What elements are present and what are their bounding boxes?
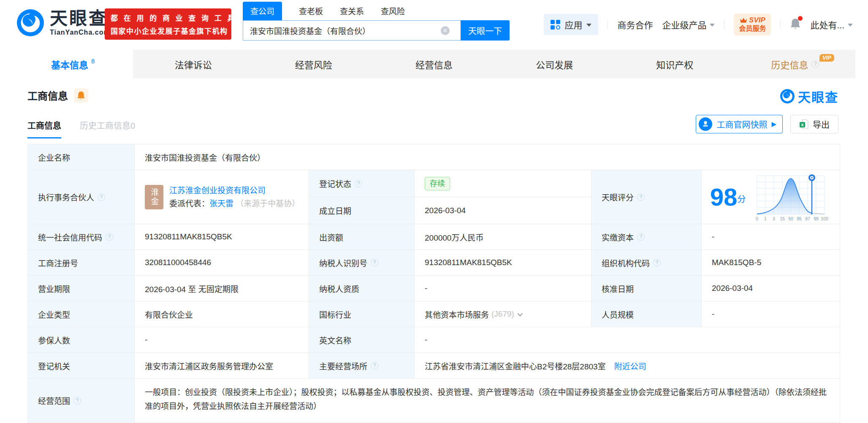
banner-line2: 国家中小企业发展子基金旗下机构	[111, 25, 225, 36]
svg-text:85: 85	[797, 216, 802, 221]
nearby-companies-link[interactable]: 附近公司	[614, 360, 646, 371]
tab-company-development[interactable]: 公司发展	[494, 50, 615, 78]
help-icon[interactable]: ?	[653, 259, 661, 266]
user-account-menu[interactable]: 此处有...	[810, 18, 853, 31]
table-row-company-type: 企业类型 有限合伙企业 国标行业 其他资本市场服务 (J679) 人员规模 -	[28, 301, 840, 327]
partner-value: 淮金 江苏淮金创业投资有限公司 委派代表：张天雷 （来源于中基协）	[135, 170, 309, 224]
promo-banner[interactable]: 都 在 用 的 商 业 查 询 工 具 国家中小企业发展子基金旗下机构	[105, 8, 231, 40]
vip-badge: VIP	[819, 54, 834, 62]
business-scope-label: 经营范围?	[28, 379, 135, 422]
partner-avatar[interactable]: 淮金	[145, 185, 163, 209]
svg-text:99: 99	[814, 216, 819, 221]
industry-value: 其他资本市场服务 (J679)	[415, 301, 591, 327]
header-menu: 应用 商务合作 企业级产品 SVIP 会员服务	[544, 14, 853, 35]
tab-operation-risk[interactable]: 经营风险	[253, 50, 374, 78]
official-snapshot-button[interactable]: 工商官网快照 ▶	[696, 115, 783, 133]
notifications-bell-icon[interactable]	[790, 18, 801, 31]
help-icon[interactable]: ?	[371, 259, 378, 266]
site-header: 天眼查 TianYanCha.com 都 在 用 的 商 业 查 询 工 具 国…	[0, 0, 868, 50]
establish-date-value: 2026-03-04	[415, 197, 591, 224]
chevron-down-icon	[586, 24, 591, 27]
reg-status-value: 存续	[415, 170, 591, 197]
search-tabs: 查公司 查老板 查关系 查风险	[243, 3, 510, 20]
help-icon[interactable]: ?	[637, 193, 645, 201]
svg-text:1: 1	[764, 216, 767, 221]
monitor-bell-button[interactable]	[74, 88, 88, 103]
insured-count-value: -	[135, 327, 309, 352]
approval-date-label: 核准日期	[591, 276, 702, 301]
industry-label: 国标行业	[309, 301, 415, 327]
capital-label: 出资额	[309, 224, 415, 249]
tianyancha-watermark: 天眼查	[780, 87, 838, 106]
table-row-reg-number: 工商注册号 320811000458446 纳税人识别号? 91320811MA…	[28, 250, 840, 276]
tab-basic-info[interactable]: 基本信息 8	[13, 50, 133, 78]
company-name-label: 企业名称	[28, 144, 135, 170]
menu-enterprise-products[interactable]: 企业级产品	[662, 18, 715, 31]
help-icon[interactable]: ?	[355, 180, 362, 187]
svg-text:100: 100	[821, 216, 828, 221]
status-badge: 存续	[425, 177, 450, 190]
help-icon[interactable]: ?	[73, 397, 81, 404]
tab-operation-info[interactable]: 经营信息	[374, 50, 494, 78]
svg-text:x: x	[801, 122, 804, 127]
basic-info-count-badge: 8	[91, 57, 95, 65]
arrow-right-icon: ▶	[771, 120, 776, 128]
tab-history-info[interactable]: VIP 历史信息 ?	[735, 50, 855, 78]
tab-intellectual-property[interactable]: 知识产权	[615, 50, 735, 78]
representative-link[interactable]: 张天雷	[209, 199, 233, 208]
help-icon[interactable]: ?	[637, 233, 645, 241]
tianyancha-logo-icon	[17, 9, 44, 36]
tab-legal-litigation[interactable]: 法律诉讼	[133, 50, 253, 78]
subtab-history-business-info[interactable]: 历史工商信息0	[80, 119, 135, 138]
taxpayer-id-value: 91320811MAK815QB5K	[415, 250, 591, 275]
reg-status-label: 登记状态?	[309, 170, 415, 197]
apps-grid-icon	[551, 20, 560, 30]
partner-label: 执行事务合伙人?	[28, 170, 135, 224]
partner-company-link[interactable]: 江苏淮金创业投资有限公司	[169, 186, 266, 195]
score-label: 天眼评分?	[591, 170, 702, 224]
help-icon[interactable]: ?	[811, 60, 819, 68]
company-type-value: 有限合伙企业	[135, 301, 309, 327]
score-distribution-chart[interactable]: 0 1 3 15 50 85 97 99 100	[753, 172, 830, 222]
english-name-value: -	[415, 327, 841, 352]
search-tab-relation[interactable]: 查关系	[340, 5, 364, 20]
chevron-down-icon[interactable]	[517, 311, 523, 316]
subtab-business-info[interactable]: 工商信息	[27, 119, 61, 138]
org-code-label: 组织机构代码?	[591, 250, 702, 275]
address-value: 江苏省淮安市清江浦区金融中心B2号楼28层2803室 附近公司	[415, 353, 841, 378]
capital-value: 200000万人民币	[415, 224, 591, 249]
menu-business-cooperation[interactable]: 商务合作	[617, 18, 653, 31]
credit-code-label: 统一社会信用代码?	[28, 224, 135, 249]
svip-member-button[interactable]: SVIP 会员服务	[734, 14, 771, 35]
logo-brand-text: 天眼查	[50, 9, 110, 28]
site-logo[interactable]: 天眼查 TianYanCha.com	[17, 9, 110, 36]
company-name-value: 淮安市国淮投资基金（有限合伙）	[135, 144, 841, 170]
address-label: 主要经营场所?	[309, 353, 415, 378]
help-icon[interactable]: ?	[98, 193, 105, 201]
credit-code-value: 91320811MAK815QB5K	[135, 224, 309, 249]
search-button[interactable]: 天眼一下	[461, 20, 510, 41]
english-name-label: 英文名称	[309, 327, 415, 352]
tianyancha-company-page: 天眼查 TianYanCha.com 都 在 用 的 商 业 查 询 工 具 国…	[0, 0, 868, 423]
paid-capital-label: 实缴资本?	[591, 224, 702, 249]
search-input[interactable]	[243, 20, 461, 41]
clear-search-icon[interactable]: ✕	[441, 26, 450, 35]
search-tab-boss[interactable]: 查老板	[299, 5, 323, 20]
business-info-table: 企业名称 淮安市国淮投资基金（有限合伙） 执行事务合伙人? 淮金 江苏淮金创业投…	[27, 144, 840, 423]
company-nav-tabs: 基本信息 8 法律诉讼 经营风险 经营信息 公司发展 知识产权 VIP 历史信息…	[13, 50, 855, 78]
crown-icon	[740, 17, 747, 23]
notification-dot	[798, 16, 803, 21]
help-icon[interactable]: ?	[371, 362, 378, 369]
export-button[interactable]: x 导出	[790, 115, 838, 133]
search-tab-company[interactable]: 查公司	[243, 2, 282, 20]
svg-text:3: 3	[773, 216, 775, 221]
apps-menu-button[interactable]: 应用	[544, 14, 598, 35]
banner-line1: 都 在 用 的 商 业 查 询 工 具	[111, 12, 225, 23]
registry-value: 淮安市清江浦区政务服务管理办公室	[135, 353, 309, 378]
company-type-label: 企业类型	[28, 301, 135, 327]
taxpayer-quality-label: 纳税人资质	[309, 276, 415, 301]
search-tab-risk[interactable]: 查风险	[381, 5, 405, 20]
table-row-registry: 登记机关 淮安市清江浦区政务服务管理办公室 主要经营场所? 江苏省淮安市清江浦区…	[28, 353, 840, 379]
score-number: 98	[710, 185, 738, 209]
help-icon[interactable]: ?	[106, 233, 113, 241]
